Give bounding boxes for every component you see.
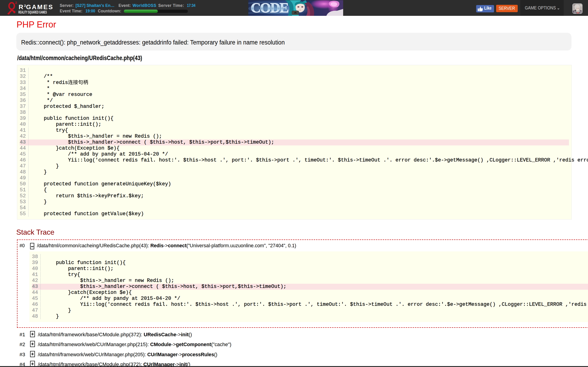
svg-text:CODE: CODE bbox=[251, 0, 288, 15]
svg-text:2: 2 bbox=[15, 1, 17, 5]
